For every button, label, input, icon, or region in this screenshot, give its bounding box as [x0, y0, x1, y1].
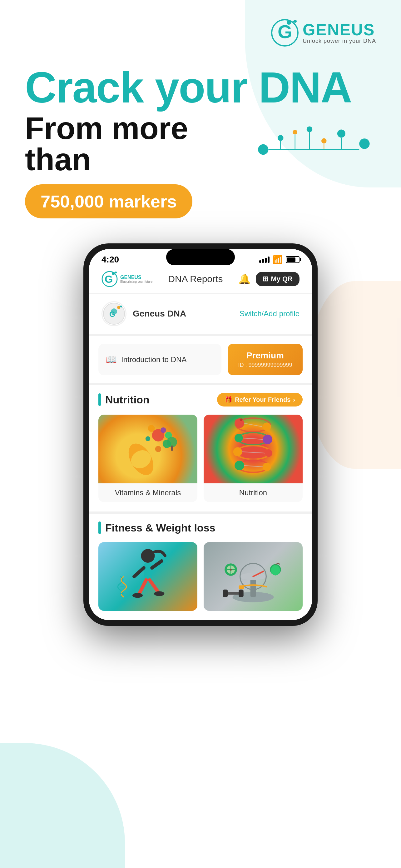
- bell-icon[interactable]: 🔔: [238, 273, 251, 285]
- switch-profile-button[interactable]: Switch/Add profile: [239, 309, 300, 318]
- svg-text:G: G: [105, 273, 113, 285]
- book-icon: 📖: [106, 354, 117, 365]
- svg-point-55: [263, 463, 271, 471]
- svg-line-63: [134, 568, 144, 577]
- svg-point-68: [154, 591, 164, 596]
- qr-label: My QR: [271, 275, 293, 283]
- svg-line-57: [244, 423, 262, 427]
- qr-icon: ⊞: [263, 275, 268, 283]
- markers-badge: 750,000 markers: [25, 184, 192, 218]
- profile-left: G Geneus DNA: [101, 301, 186, 326]
- avatar: G: [101, 301, 127, 326]
- markers-badge-text: 750,000 markers: [41, 191, 177, 212]
- signal-icon: [259, 256, 269, 263]
- fitness-indicator: [98, 522, 101, 534]
- running-illustration: [98, 542, 197, 611]
- svg-line-65: [139, 580, 146, 594]
- svg-point-49: [263, 423, 271, 431]
- nutrition-section-header: Nutrition 🎁 Refer Your Friends ›: [89, 385, 312, 411]
- svg-line-66: [149, 580, 158, 592]
- hero-section: Crack your DNA From more than 750,000 ma…: [0, 53, 401, 225]
- header: G GENEUS Unlock power in your DNA: [0, 0, 401, 53]
- svg-point-37: [148, 425, 155, 432]
- svg-point-15: [321, 138, 327, 144]
- svg-point-82: [230, 569, 232, 571]
- phone-outer: 4:20 📶: [83, 243, 318, 626]
- svg-line-58: [243, 438, 263, 439]
- section-indicator: [98, 393, 101, 406]
- logo: G GENEUS Unlock power in your DNA: [271, 19, 376, 47]
- svg-point-6: [261, 147, 266, 153]
- vitamins-image: [98, 415, 197, 484]
- logo-icon: G: [271, 19, 299, 47]
- svg-rect-84: [239, 586, 244, 589]
- fitness-cards-grid: [89, 539, 312, 620]
- gift-icon: 🎁: [225, 396, 232, 403]
- nutrition-cards-grid: Vitamins & Minerals: [89, 411, 312, 512]
- svg-point-67: [132, 593, 143, 598]
- svg-rect-86: [223, 590, 228, 597]
- nutrition-title: Nutrition: [105, 394, 149, 406]
- svg-line-59: [242, 452, 265, 453]
- phone-inner: 4:20 📶: [89, 249, 312, 620]
- svg-point-18: [337, 130, 345, 138]
- brand-name: GENEUS: [303, 22, 376, 38]
- chevron-icon: ›: [293, 396, 295, 403]
- hero-subtitle-row: From more than: [25, 113, 376, 175]
- dna-markers-visual: [255, 125, 376, 162]
- svg-rect-87: [239, 590, 243, 597]
- bg-decoration-bottom: [0, 743, 125, 868]
- svg-point-10: [293, 130, 297, 135]
- svg-text:G: G: [109, 310, 115, 318]
- svg-point-50: [235, 434, 243, 442]
- profile-section: G Geneus DNA Switch/Add profile: [89, 294, 312, 336]
- svg-point-41: [145, 436, 150, 441]
- svg-rect-43: [171, 445, 173, 451]
- svg-rect-62: [144, 563, 152, 580]
- premium-id: ID : 99999999999999: [238, 362, 292, 368]
- phone-section: 4:20 📶: [0, 243, 401, 651]
- qr-button[interactable]: ⊞ My QR: [256, 272, 300, 286]
- dynamic-island: [166, 249, 235, 265]
- nav-title: DNA Reports: [168, 274, 223, 284]
- app-navbar: G GENEUS Blueprinting your future DNA Re…: [89, 265, 312, 294]
- svg-line-60: [244, 466, 263, 467]
- brand-tagline: Unlock power in your DNA: [303, 38, 376, 44]
- svg-point-61: [141, 549, 155, 563]
- hero-subtitle: From more than: [25, 113, 245, 175]
- premium-label: Premium: [246, 350, 284, 361]
- weights-illustration: [204, 542, 303, 611]
- status-icons: 📶: [259, 255, 300, 265]
- vitamins-illustration: [98, 415, 197, 484]
- battery-icon: [286, 256, 300, 263]
- svg-line-64: [152, 561, 162, 568]
- hero-title: Crack your DNA: [25, 66, 376, 110]
- fitness-title-row: Fitness & Weight loss: [98, 522, 215, 534]
- logo-text-block: GENEUS Unlock power in your DNA: [303, 22, 376, 44]
- fitness-running-card[interactable]: [98, 542, 197, 611]
- app-logo-icon: G: [101, 271, 118, 287]
- fitness-weights-card[interactable]: [204, 542, 303, 611]
- status-time: 4:20: [101, 255, 119, 265]
- svg-point-83: [271, 565, 280, 576]
- vitamins-card[interactable]: Vitamins & Minerals: [98, 415, 197, 502]
- refer-button[interactable]: 🎁 Refer Your Friends ›: [217, 393, 303, 406]
- svg-point-51: [263, 435, 272, 444]
- svg-text:G: G: [278, 21, 292, 42]
- svg-point-52: [233, 447, 242, 457]
- app-logo: G GENEUS Blueprinting your future: [101, 271, 153, 287]
- svg-point-40: [155, 446, 162, 452]
- nutrition-label: Nutrition: [204, 484, 303, 502]
- nutrition-card[interactable]: Nutrition: [204, 415, 303, 502]
- intro-card[interactable]: 📖 Introduction to DNA: [98, 344, 222, 375]
- refer-label: Refer Your Friends: [235, 396, 291, 403]
- fitness-section-header: Fitness & Weight loss: [89, 514, 312, 539]
- premium-card[interactable]: Premium ID : 99999999999999: [228, 344, 303, 375]
- fitness-running-image: [98, 542, 197, 611]
- svg-point-54: [235, 461, 244, 470]
- intro-premium-row: 📖 Introduction to DNA Premium ID : 99999…: [89, 336, 312, 385]
- svg-point-38: [161, 428, 166, 433]
- svg-point-53: [265, 449, 272, 457]
- nav-right: 🔔 ⊞ My QR: [238, 272, 300, 286]
- app-logo-text: GENEUS Blueprinting your future: [120, 275, 153, 284]
